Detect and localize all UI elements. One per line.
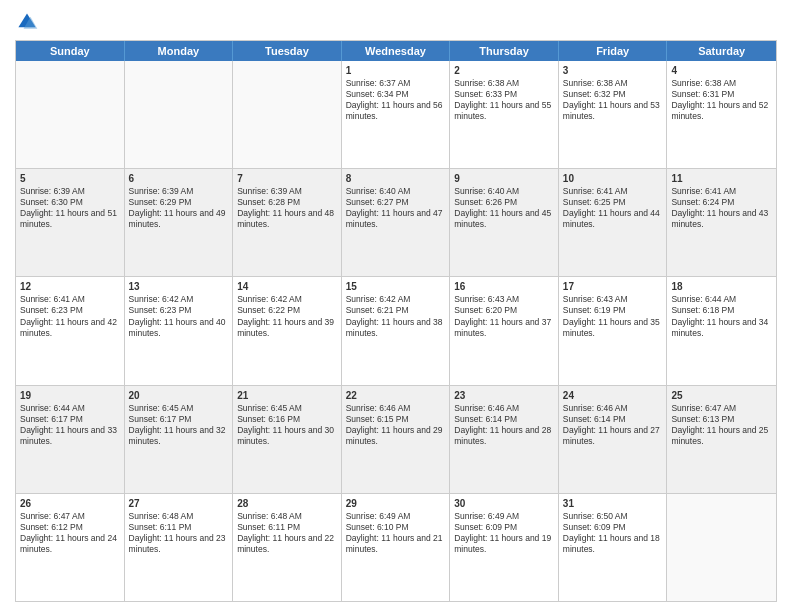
day-number: 19 [20,389,120,402]
day-number: 10 [563,172,663,185]
sunrise-text: Sunrise: 6:37 AM [346,78,411,88]
sunrise-text: Sunrise: 6:47 AM [20,511,85,521]
day-number: 15 [346,280,446,293]
sunrise-text: Sunrise: 6:43 AM [454,294,519,304]
daylight-text: Daylight: 11 hours and 30 minutes. [237,425,334,446]
day-28: 28Sunrise: 6:48 AMSunset: 6:11 PMDayligh… [233,494,342,601]
daylight-text: Daylight: 11 hours and 23 minutes. [129,533,226,554]
sunrise-text: Sunrise: 6:45 AM [129,403,194,413]
day-22: 22Sunrise: 6:46 AMSunset: 6:15 PMDayligh… [342,386,451,493]
day-number: 27 [129,497,229,510]
calendar-row-4: 26Sunrise: 6:47 AMSunset: 6:12 PMDayligh… [16,494,776,601]
day-4: 4Sunrise: 6:38 AMSunset: 6:31 PMDaylight… [667,61,776,168]
sunrise-text: Sunrise: 6:38 AM [671,78,736,88]
daylight-text: Daylight: 11 hours and 48 minutes. [237,208,334,229]
calendar-body: 1Sunrise: 6:37 AMSunset: 6:34 PMDaylight… [16,61,776,601]
day-number: 23 [454,389,554,402]
day-1: 1Sunrise: 6:37 AMSunset: 6:34 PMDaylight… [342,61,451,168]
calendar: SundayMondayTuesdayWednesdayThursdayFrid… [15,40,777,602]
sunset-text: Sunset: 6:15 PM [346,414,409,424]
empty-cell-4-6 [667,494,776,601]
day-20: 20Sunrise: 6:45 AMSunset: 6:17 PMDayligh… [125,386,234,493]
daylight-text: Daylight: 11 hours and 38 minutes. [346,317,443,338]
sunrise-text: Sunrise: 6:49 AM [454,511,519,521]
day-number: 17 [563,280,663,293]
calendar-row-0: 1Sunrise: 6:37 AMSunset: 6:34 PMDaylight… [16,61,776,169]
sunset-text: Sunset: 6:29 PM [129,197,192,207]
day-number: 21 [237,389,337,402]
daylight-text: Daylight: 11 hours and 44 minutes. [563,208,660,229]
header-day-thursday: Thursday [450,41,559,61]
daylight-text: Daylight: 11 hours and 49 minutes. [129,208,226,229]
day-23: 23Sunrise: 6:46 AMSunset: 6:14 PMDayligh… [450,386,559,493]
daylight-text: Daylight: 11 hours and 35 minutes. [563,317,660,338]
day-17: 17Sunrise: 6:43 AMSunset: 6:19 PMDayligh… [559,277,668,384]
daylight-text: Daylight: 11 hours and 22 minutes. [237,533,334,554]
day-number: 14 [237,280,337,293]
sunset-text: Sunset: 6:23 PM [20,305,83,315]
empty-cell-0-2 [233,61,342,168]
day-number: 12 [20,280,120,293]
sunset-text: Sunset: 6:18 PM [671,305,734,315]
day-26: 26Sunrise: 6:47 AMSunset: 6:12 PMDayligh… [16,494,125,601]
daylight-text: Daylight: 11 hours and 24 minutes. [20,533,117,554]
daylight-text: Daylight: 11 hours and 55 minutes. [454,100,551,121]
logo [15,10,43,34]
day-13: 13Sunrise: 6:42 AMSunset: 6:23 PMDayligh… [125,277,234,384]
sunset-text: Sunset: 6:12 PM [20,522,83,532]
header-day-sunday: Sunday [16,41,125,61]
daylight-text: Daylight: 11 hours and 53 minutes. [563,100,660,121]
sunset-text: Sunset: 6:32 PM [563,89,626,99]
day-15: 15Sunrise: 6:42 AMSunset: 6:21 PMDayligh… [342,277,451,384]
daylight-text: Daylight: 11 hours and 42 minutes. [20,317,117,338]
sunrise-text: Sunrise: 6:48 AM [129,511,194,521]
day-number: 16 [454,280,554,293]
sunrise-text: Sunrise: 6:38 AM [454,78,519,88]
day-number: 2 [454,64,554,77]
header-day-friday: Friday [559,41,668,61]
day-25: 25Sunrise: 6:47 AMSunset: 6:13 PMDayligh… [667,386,776,493]
day-5: 5Sunrise: 6:39 AMSunset: 6:30 PMDaylight… [16,169,125,276]
daylight-text: Daylight: 11 hours and 18 minutes. [563,533,660,554]
sunrise-text: Sunrise: 6:39 AM [129,186,194,196]
day-30: 30Sunrise: 6:49 AMSunset: 6:09 PMDayligh… [450,494,559,601]
day-16: 16Sunrise: 6:43 AMSunset: 6:20 PMDayligh… [450,277,559,384]
sunset-text: Sunset: 6:28 PM [237,197,300,207]
empty-cell-0-0 [16,61,125,168]
calendar-row-1: 5Sunrise: 6:39 AMSunset: 6:30 PMDaylight… [16,169,776,277]
day-2: 2Sunrise: 6:38 AMSunset: 6:33 PMDaylight… [450,61,559,168]
sunrise-text: Sunrise: 6:38 AM [563,78,628,88]
sunset-text: Sunset: 6:11 PM [237,522,300,532]
sunset-text: Sunset: 6:11 PM [129,522,192,532]
day-10: 10Sunrise: 6:41 AMSunset: 6:25 PMDayligh… [559,169,668,276]
sunrise-text: Sunrise: 6:44 AM [671,294,736,304]
calendar-header: SundayMondayTuesdayWednesdayThursdayFrid… [16,41,776,61]
sunrise-text: Sunrise: 6:47 AM [671,403,736,413]
day-number: 5 [20,172,120,185]
daylight-text: Daylight: 11 hours and 45 minutes. [454,208,551,229]
day-number: 30 [454,497,554,510]
day-8: 8Sunrise: 6:40 AMSunset: 6:27 PMDaylight… [342,169,451,276]
day-number: 6 [129,172,229,185]
daylight-text: Daylight: 11 hours and 51 minutes. [20,208,117,229]
sunrise-text: Sunrise: 6:41 AM [20,294,85,304]
sunset-text: Sunset: 6:34 PM [346,89,409,99]
day-number: 8 [346,172,446,185]
daylight-text: Daylight: 11 hours and 39 minutes. [237,317,334,338]
day-number: 4 [671,64,772,77]
sunrise-text: Sunrise: 6:42 AM [237,294,302,304]
day-24: 24Sunrise: 6:46 AMSunset: 6:14 PMDayligh… [559,386,668,493]
daylight-text: Daylight: 11 hours and 21 minutes. [346,533,443,554]
day-14: 14Sunrise: 6:42 AMSunset: 6:22 PMDayligh… [233,277,342,384]
sunset-text: Sunset: 6:14 PM [454,414,517,424]
sunset-text: Sunset: 6:19 PM [563,305,626,315]
day-number: 3 [563,64,663,77]
day-21: 21Sunrise: 6:45 AMSunset: 6:16 PMDayligh… [233,386,342,493]
logo-icon [15,10,39,34]
sunrise-text: Sunrise: 6:42 AM [346,294,411,304]
sunset-text: Sunset: 6:20 PM [454,305,517,315]
day-number: 29 [346,497,446,510]
sunrise-text: Sunrise: 6:39 AM [237,186,302,196]
daylight-text: Daylight: 11 hours and 56 minutes. [346,100,443,121]
day-number: 18 [671,280,772,293]
